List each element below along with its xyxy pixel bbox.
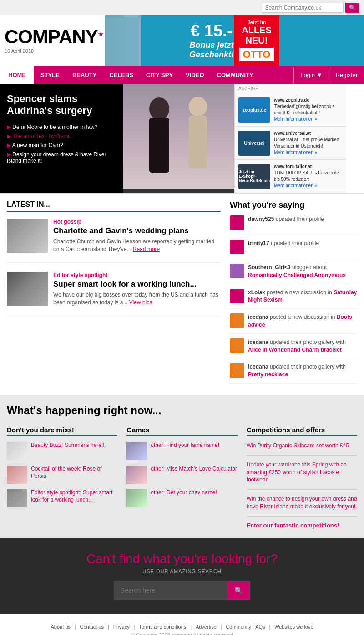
top-search-input[interactable]: [262, 3, 344, 13]
svg-point-3: [189, 97, 207, 117]
avatar-3: [230, 264, 244, 278]
comp-item-3[interactable]: Win the chance to design your own dress …: [247, 495, 357, 517]
cant-find-title: Can't find what you're looking for?: [9, 552, 355, 566]
article-category-1[interactable]: Hot gossip: [53, 219, 221, 225]
ad-banner-content: € 15.- Bonus jetzt Geschenkt!: [189, 21, 234, 60]
games-col: Games other: Find your fame name! other:…: [126, 426, 237, 529]
cant-find-subtitle: USE OUR AMAZING SEARCH: [9, 568, 355, 574]
footer-link-websites[interactable]: Websites we love: [274, 624, 313, 630]
nav-video[interactable]: VIDEO: [179, 66, 210, 84]
svg-rect-2: [149, 118, 169, 173]
dont-miss-thumb-1: [7, 442, 27, 460]
site-date: 16 April 2010: [5, 48, 100, 54]
games-item-3[interactable]: other: Get your chav name!: [126, 489, 237, 507]
dont-miss-thumb-2: [7, 466, 27, 484]
footer-nav: About us | Contact us | Privacy | Terms …: [7, 623, 357, 630]
ad-universal-text: www.universal.at Universal.at – der groß…: [274, 130, 342, 156]
dont-miss-item-1[interactable]: Beauty Buzz: Summer's here!!: [7, 442, 117, 460]
nav-cityspy[interactable]: CITY SPY: [140, 66, 179, 84]
footer-link-terms[interactable]: Terms and conditions: [139, 624, 186, 630]
article-excerpt-1: Charlotte Church and Gavin Henson are re…: [53, 238, 221, 253]
dont-miss-item-2[interactable]: Cocktail of the week: Rose of Persia: [7, 466, 117, 484]
ad-universal[interactable]: Universal www.universal.at Universal.at …: [235, 127, 346, 160]
games-text-2: other: Miss Match's Love Calculator: [151, 466, 237, 473]
hero-link-2[interactable]: The art of text, by Demi...: [7, 133, 116, 139]
social-text-2: trinity17 updated their profile: [248, 240, 319, 247]
wh-title: What's happening right now...: [7, 404, 357, 417]
top-search-bar: 🔍: [0, 0, 364, 15]
dont-miss-col: Don't you dare miss! Beauty Buzz: Summer…: [7, 426, 117, 529]
social-item-7: icedana updated their photo gallery with…: [230, 363, 357, 384]
dont-miss-text-2: Cocktail of the week: Rose of Persia: [31, 466, 117, 480]
cant-find-section: Can't find what you're looking for? USE …: [0, 538, 364, 614]
nav-home[interactable]: HOME: [0, 66, 34, 84]
games-title: Games: [126, 426, 237, 436]
ad-zooplus[interactable]: zooplus.de www.zooplus.de Tierbedarf gün…: [235, 93, 346, 127]
top-search-button[interactable]: 🔍: [345, 3, 359, 13]
cant-find-search-input[interactable]: [114, 581, 228, 600]
social-text-7: icedana updated their photo gallery with…: [248, 363, 357, 379]
avatar-4: [230, 289, 244, 303]
social-text-6: icedana updated their photo gallery with…: [248, 338, 357, 354]
site-logo[interactable]: COMPANY★: [5, 27, 100, 46]
social-text-4: xLolax posted a new discussion in Saturd…: [248, 289, 357, 304]
read-more-1[interactable]: Read more: [133, 246, 160, 252]
dont-miss-item-3[interactable]: Editor style spotlight: Super smart look…: [7, 489, 117, 507]
hero-links: Demi Moore to be a mother in law? The ar…: [7, 124, 116, 164]
hero-link-3[interactable]: A new man for Cam?: [7, 142, 116, 149]
saying-title: What you're saying: [230, 200, 357, 210]
ad-banner[interactable]: € 15.- Bonus jetzt Geschenkt! Jetzt im A…: [105, 15, 364, 66]
article-title-1[interactable]: Charlotte and Gavin's wedding plans: [53, 226, 221, 236]
ad-tomtailor-logo: Jetzt imE-Shop»Neue Kollektion: [238, 164, 270, 189]
hero-image: [123, 84, 234, 193]
nav-community[interactable]: COMMUNITY: [211, 66, 260, 84]
enter-competitions-link[interactable]: Enter our fantastic competitions!: [247, 522, 339, 529]
nav-style[interactable]: STYLE: [34, 66, 66, 84]
ads-column: ANZEIGE zooplus.de www.zooplus.de Tierbe…: [234, 84, 346, 193]
footer-link-advertise[interactable]: Advertise: [196, 624, 217, 630]
social-item-5: icedana posted a new discussion in Boots…: [230, 313, 357, 334]
hero-link-4[interactable]: Design your dream dress & have River Isl…: [7, 151, 116, 164]
hero-left: Spencer slams Audrina's surgery Demi Moo…: [0, 84, 123, 193]
article-category-2[interactable]: Editor style spotlight: [53, 272, 221, 278]
ad-tomtailor-text: www.tom-tailor.at TOM TAILOR SALE - Einz…: [274, 164, 342, 189]
article-thumb-2: [7, 272, 48, 306]
nav-celebs[interactable]: CELEBS: [103, 66, 140, 84]
latest-left: LATEST IN... Hot gossip Charlotte and Ga…: [7, 200, 221, 388]
games-item-2[interactable]: other: Miss Match's Love Calculator: [126, 466, 237, 484]
social-item-6: icedana updated their photo gallery with…: [230, 338, 357, 359]
footer-link-contact[interactable]: Contact us: [80, 624, 104, 630]
hero-svg: [123, 84, 234, 189]
hero-title: Spencer slams Audrina's surgery: [7, 93, 116, 117]
footer-links: About us | Contact us | Privacy | Terms …: [0, 614, 364, 635]
nav-beauty[interactable]: BEAUTY: [66, 66, 103, 84]
cant-find-search-button[interactable]: 🔍: [228, 581, 250, 600]
footer-link-community-faqs[interactable]: Community FAQs: [226, 624, 265, 630]
view-pics-link[interactable]: View pics: [129, 299, 152, 306]
competitions-title: Competitions and offers: [247, 426, 357, 436]
games-item-1[interactable]: other: Find your fame name!: [126, 442, 237, 460]
anzeige-label: ANZEIGE: [235, 84, 346, 93]
avatar-1: [230, 215, 244, 230]
ad-zooplus-text: www.zooplus.de Tierbedarf günstig bei zo…: [274, 97, 342, 123]
nav-register-button[interactable]: Register: [329, 67, 364, 83]
social-item-4: xLolax posted a new discussion in Saturd…: [230, 289, 357, 309]
footer-link-privacy[interactable]: Privacy: [113, 624, 130, 630]
article-content-2: Editor style spotlight Super smart look …: [53, 272, 221, 307]
article-title-2[interactable]: Super smart look for a working lunch...: [53, 280, 221, 289]
nav-login-button[interactable]: Login ▼: [293, 67, 329, 83]
social-text-1: dawny525 updated their profile: [248, 215, 324, 223]
comp-item-2[interactable]: Update your wardrobe this Spring with an…: [247, 461, 357, 490]
hero-link-1[interactable]: Demi Moore to be a mother in law?: [7, 124, 116, 130]
avatar-2: [230, 240, 244, 254]
article-thumb-1: [7, 219, 48, 253]
social-item-3: Southern_Girl<3 blogged about Romantical…: [230, 264, 357, 284]
comp-item-1[interactable]: Win Purity Organic Skincare set worth £4…: [247, 442, 357, 456]
ad-right-panel: Jetzt im ALLES NEU! OTTO: [234, 15, 279, 66]
ad-tomtailor[interactable]: Jetzt imE-Shop»Neue Kollektion www.tom-t…: [235, 160, 346, 193]
footer-link-about[interactable]: About us: [51, 624, 70, 630]
whats-happening-section: What's happening right now... Don't you …: [0, 395, 364, 538]
article-item-2: Editor style spotlight Super smart look …: [7, 272, 221, 316]
main-nav: HOME STYLE BEAUTY CELEBS CITY SPY VIDEO …: [0, 66, 364, 84]
header: COMPANY★ 16 April 2010 € 15.- Bonus jetz…: [0, 15, 364, 66]
